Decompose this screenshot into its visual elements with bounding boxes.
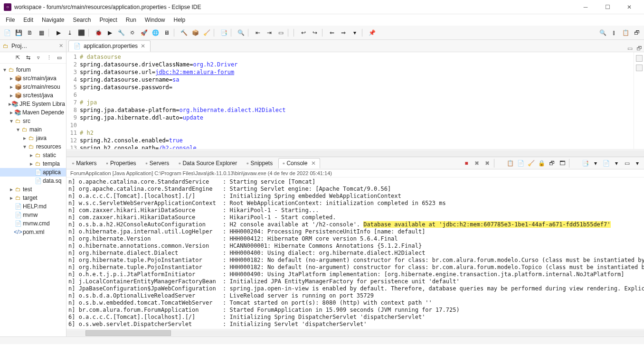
close-icon[interactable]: ✕	[311, 160, 316, 167]
editor-maximize-button[interactable]: ▭	[625, 45, 635, 52]
toolbar-button-27[interactable]: ▭	[275, 28, 286, 38]
twisty-icon[interactable]: ▸	[9, 92, 14, 99]
toolbar-right-button-3[interactable]: 🗗	[632, 28, 642, 38]
twisty-icon[interactable]: ▸	[9, 84, 14, 90]
twisty-icon[interactable]: ▸	[28, 152, 34, 159]
console-tool-2[interactable]: ✖	[483, 159, 492, 168]
project-tree[interactable]: ▾🗀forum▸📦src/main/java▸📦src/main/resou▸📦…	[0, 64, 66, 336]
menu-search[interactable]: Search	[69, 16, 95, 24]
menu-help[interactable]: Help	[170, 16, 189, 24]
console-tool-11[interactable]: 📑	[580, 159, 590, 168]
toolbar-button-21[interactable]: 📑	[218, 28, 229, 38]
toolbar-button-19[interactable]: 🧹	[201, 28, 212, 38]
menu-edit[interactable]: Edit	[19, 16, 37, 24]
tab-console[interactable]: ▫Console✕	[278, 158, 320, 168]
toolbar-button-33[interactable]: ⇐	[327, 28, 337, 38]
console-tool-13[interactable]: 📄	[601, 159, 611, 168]
toolbar-button-9[interactable]: 🐞	[93, 28, 104, 38]
toolbar-button-17[interactable]: 🔨	[179, 28, 189, 38]
console-horizontal-scrollbar[interactable]	[66, 329, 644, 336]
editor-tab-application-properties[interactable]: 📄 application.properties ✕	[68, 40, 151, 52]
toolbar-button-0[interactable]: 📄	[2, 28, 12, 38]
toolbar-button-25[interactable]: ⇤	[253, 28, 263, 38]
text-editor[interactable]: 1234567891011121314 # datasourse spring.…	[66, 52, 634, 149]
toolbar-button-37[interactable]: 📌	[367, 28, 377, 38]
toolbar-button-1[interactable]: 💾	[13, 28, 24, 38]
close-icon[interactable]: ✕	[59, 43, 63, 49]
console-tool-6[interactable]: 🧹	[526, 159, 536, 168]
toolbar-button-34[interactable]: ⇒	[338, 28, 349, 38]
view-menu-button[interactable]: ⋮	[44, 53, 54, 63]
filter-button[interactable]: ▿	[34, 53, 43, 63]
tree-node[interactable]: 📄applica	[0, 168, 66, 177]
toolbar-button-26[interactable]: ⇥	[264, 28, 275, 38]
maximize-button[interactable]: ☐	[597, 0, 618, 14]
tab-properties[interactable]: ▫Properties	[103, 159, 140, 168]
editor-horizontal-scrollbar[interactable]	[66, 149, 644, 157]
tree-node[interactable]: 📄data.sq	[0, 177, 66, 185]
tree-node[interactable]: ▾🗀resources	[0, 142, 66, 151]
tree-node[interactable]: ▸📚JRE System Libra	[0, 100, 66, 108]
tree-node[interactable]: ▸🗀templa	[0, 159, 66, 168]
minimize-button[interactable]: ─	[575, 0, 597, 14]
toolbar-button-11[interactable]: 🔧	[116, 28, 126, 38]
twisty-icon[interactable]: ▾	[15, 126, 21, 133]
close-icon[interactable]: ✕	[141, 43, 145, 49]
menu-file[interactable]: File	[2, 16, 19, 24]
twisty-icon[interactable]: ▾	[9, 118, 14, 124]
tree-node[interactable]: 📄mvnw.cmd	[0, 219, 66, 228]
twisty-icon[interactable]: ▸	[9, 186, 14, 193]
tree-node[interactable]: ▸🗀target	[0, 194, 66, 202]
tree-node[interactable]: ▾🗀forum	[0, 65, 66, 74]
toolbar-button-12[interactable]: ⛭	[127, 28, 138, 38]
toolbar-button-5[interactable]: ▶	[53, 28, 64, 38]
console-tool-7[interactable]: 🔒	[537, 159, 546, 168]
toolbar-button-13[interactable]: 🚀	[139, 28, 149, 38]
twisty-icon[interactable]: ▸	[9, 109, 14, 116]
tree-node[interactable]: ▸🗀test	[0, 185, 66, 194]
toolbar-button-7[interactable]: ⬛	[76, 28, 86, 38]
tab-markers[interactable]: ▫Markers	[68, 159, 101, 168]
toolbar-button-31[interactable]: ↪	[310, 28, 320, 38]
toolbar-right-button-1[interactable]: ⫿	[609, 28, 619, 38]
close-button[interactable]: ✕	[618, 0, 640, 14]
twisty-icon[interactable]: ▾	[2, 66, 8, 73]
outline-icon[interactable]	[636, 55, 643, 62]
global-horizontal-scrollbar[interactable]	[0, 336, 644, 344]
console-tool-1[interactable]: ✖	[472, 159, 482, 168]
toolbar-button-18[interactable]: 📦	[190, 28, 200, 38]
tree-node[interactable]: 📄HELP.md	[0, 202, 66, 211]
twisty-icon[interactable]: ▸	[28, 160, 34, 167]
toolbar-button-15[interactable]: 🖥	[161, 28, 172, 38]
task-list-icon[interactable]	[636, 65, 643, 71]
tab-servers[interactable]: ▫Servers	[142, 159, 173, 168]
menu-project[interactable]: Project	[95, 16, 121, 24]
toolbar-button-3[interactable]: ▦	[36, 28, 47, 38]
twisty-icon[interactable]: ▸	[9, 195, 14, 201]
toolbar-button-6[interactable]: ⤓	[65, 28, 75, 38]
tree-node[interactable]: ▸📦src/test/java	[0, 91, 66, 100]
console-tool-5[interactable]: 📄	[516, 159, 525, 168]
twisty-icon[interactable]: ▾	[22, 143, 28, 150]
console-output[interactable]: n] o.apache.catalina.core.StandardServic…	[66, 177, 644, 329]
tab-data-source-explorer[interactable]: ▫Data Source Explorer	[175, 159, 241, 168]
tree-node[interactable]: ▸🗀java	[0, 134, 66, 142]
console-tool-12[interactable]: ▾	[591, 159, 600, 168]
minimize-view-button[interactable]: ▭	[55, 53, 64, 63]
collapse-all-button[interactable]: ⇱	[13, 53, 22, 63]
console-tool-15[interactable]: ▭	[622, 159, 632, 168]
project-explorer-tab[interactable]: 🗀 Proj… ✕	[0, 40, 66, 52]
toolbar-button-2[interactable]: 🗎	[25, 28, 35, 38]
toolbar-button-35[interactable]: ▾	[350, 28, 360, 38]
toolbar-button-23[interactable]: 🔍	[236, 28, 246, 38]
tree-node[interactable]: 📄mvnw	[0, 211, 66, 219]
toolbar-right-button-2[interactable]: 📋	[620, 28, 631, 38]
tree-node[interactable]: ▾🗀src	[0, 117, 66, 125]
console-tool-4[interactable]: 📋	[505, 159, 515, 168]
tree-node[interactable]: ▸📚Maven Depende	[0, 108, 66, 117]
link-editor-button[interactable]: ⇆	[23, 53, 33, 63]
tree-node[interactable]: ▾🗀main	[0, 125, 66, 134]
tab-snippets[interactable]: ▫Snippets	[243, 159, 276, 168]
console-tool-9[interactable]: 🗔	[558, 159, 567, 168]
console-tool-0[interactable]: ■	[462, 159, 471, 168]
